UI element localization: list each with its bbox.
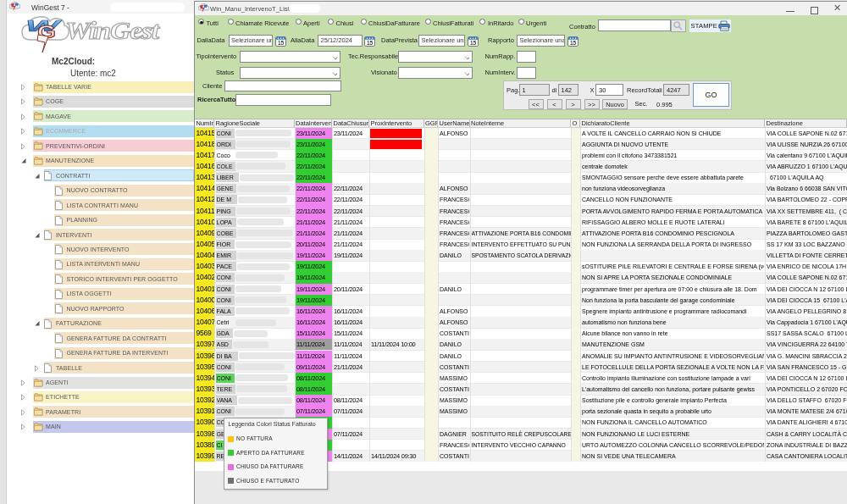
svg-text:15: 15	[569, 40, 576, 46]
svg-text:15: 15	[469, 40, 476, 46]
svg-text:WinGest: WinGest	[65, 16, 161, 44]
svg-text:15: 15	[277, 40, 284, 46]
svg-text:15: 15	[367, 40, 374, 46]
